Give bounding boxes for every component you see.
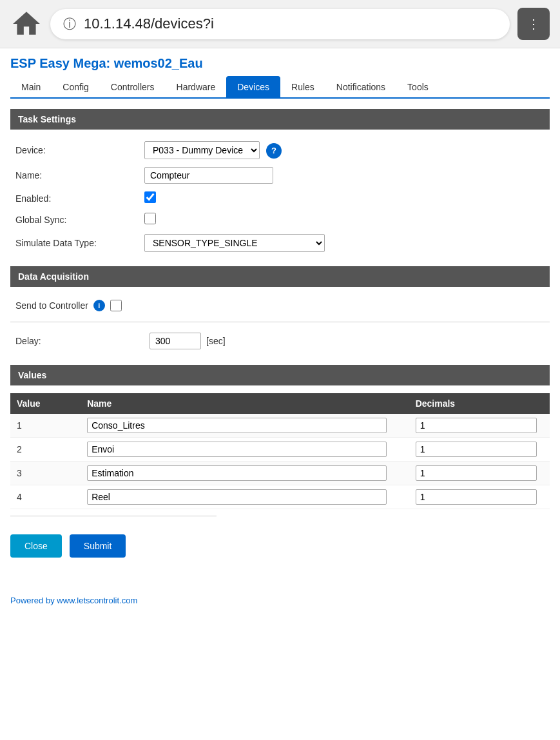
close-button[interactable]: Close [10,534,62,558]
delay-input[interactable] [150,333,201,349]
tab-controllers[interactable]: Controllers [100,76,166,97]
tab-rules[interactable]: Rules [280,76,325,97]
row-decimals-input[interactable] [416,465,537,481]
tab-main[interactable]: Main [10,76,52,97]
device-label: Device: [10,137,139,163]
row-value: 3 [10,462,81,485]
global-sync-label: Global Sync: [10,209,139,230]
task-settings-form: Device: P033 - Dummy Device ? Name: Enab… [10,137,550,256]
data-acquisition-header: Data Acquisition [10,266,550,287]
enabled-checkbox[interactable] [144,191,156,203]
values-section: Values Value Name Decimals 1 2 3 4 [10,365,550,516]
row-name-input[interactable] [87,442,387,457]
send-to-controller-row: Send to Controller i [10,295,550,316]
tab-devices[interactable]: Devices [226,76,280,97]
row-decimals-input[interactable] [416,418,537,433]
extensions-icon: ⋮ [527,16,540,32]
values-header: Values [10,365,550,385]
send-to-controller-label: Send to Controller [15,300,88,311]
table-row: 2 [10,438,550,462]
col-name: Name [81,393,409,414]
simulate-select[interactable]: SENSOR_TYPE_SINGLESENSOR_TYPE_DUALSENSOR… [144,234,325,252]
table-row: 1 [10,414,550,438]
url-text: 10.1.14.48/devices?i [84,15,214,32]
submit-button[interactable]: Submit [70,534,126,558]
values-table: Value Name Decimals 1 2 3 4 [10,393,550,509]
table-row: 4 [10,485,550,509]
home-button[interactable] [10,8,43,40]
table-row: 3 [10,462,550,485]
row-name-input[interactable] [87,489,387,505]
task-settings-header: Task Settings [10,109,550,130]
delay-label: Delay: [15,336,144,346]
divider [10,322,550,322]
address-bar[interactable]: ⓘ 10.1.14.48/devices?i [50,9,510,39]
bottom-divider [10,516,217,516]
row-name-input[interactable] [87,465,387,481]
delay-unit: [sec] [206,336,226,346]
row-value: 1 [10,414,81,438]
col-value: Value [10,393,81,414]
simulate-label: Simulate Data Type: [10,230,139,256]
name-input[interactable] [144,167,273,184]
send-to-controller-info-icon[interactable]: i [93,300,105,311]
info-icon: ⓘ [63,15,76,33]
name-label: Name: [10,163,139,188]
tab-hardware[interactable]: Hardware [166,76,227,97]
device-select[interactable]: P033 - Dummy Device [144,141,260,159]
home-icon [10,8,43,40]
tab-notifications[interactable]: Notifications [325,76,396,97]
help-button[interactable]: ? [266,143,282,159]
page-content: ESP Easy Mega: wemos02_Eau Main Config C… [0,48,560,582]
row-decimals-input[interactable] [416,489,537,505]
delay-row: Delay: [sec] [10,327,550,355]
nav-tabs: Main Config Controllers Hardware Devices… [10,76,550,99]
browser-bar: ⓘ 10.1.14.48/devices?i ⋮ [0,0,560,48]
row-decimals-input[interactable] [416,442,537,457]
extensions-button[interactable]: ⋮ [517,8,550,40]
send-to-controller-checkbox[interactable] [110,300,122,311]
enabled-label: Enabled: [10,188,139,209]
row-value: 4 [10,485,81,509]
tab-tools[interactable]: Tools [396,76,439,97]
footer-link[interactable]: Powered by www.letscontrolit.com [10,596,137,605]
row-value: 2 [10,438,81,462]
tab-config[interactable]: Config [52,76,99,97]
action-buttons: Close Submit [10,529,550,563]
data-acquisition-section: Data Acquisition Send to Controller i De… [10,266,550,355]
col-decimals: Decimals [409,393,550,414]
footer: Powered by www.letscontrolit.com [0,582,560,612]
page-title: ESP Easy Mega: wemos02_Eau [10,56,550,71]
global-sync-checkbox[interactable] [144,213,156,224]
row-name-input[interactable] [87,418,387,433]
